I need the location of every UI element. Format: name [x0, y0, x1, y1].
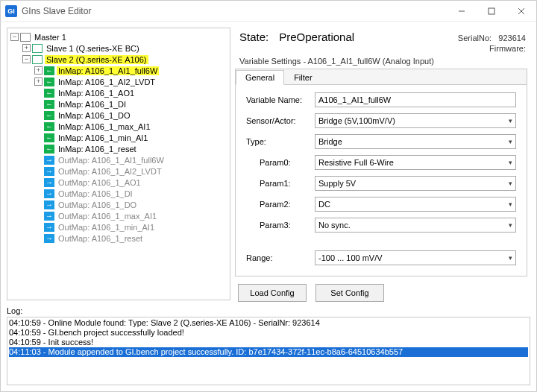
input-map-icon: ←: [44, 66, 54, 75]
tree-node-outmap[interactable]: → OutMap: A106_1_AO1: [9, 177, 228, 188]
variable-name-input[interactable]: [315, 92, 516, 107]
tree-node-outmap[interactable]: → OutMap: A106_1_max_AI1: [9, 210, 228, 221]
expand-icon[interactable]: +: [34, 66, 43, 75]
range-value: -100 ... 100 mV/V: [318, 253, 383, 262]
input-map-icon: ←: [44, 133, 54, 142]
expand-spacer: [34, 122, 43, 130]
tree-node-outmap[interactable]: → OutMap: A106_1_DI: [9, 188, 228, 199]
tree-node-inmap[interactable]: + ← InMap: A106_1_AI1_full6W: [9, 65, 228, 76]
minimize-button[interactable]: [447, 1, 477, 22]
param3-label: Param3:: [246, 221, 315, 230]
param0-select[interactable]: Resistive Full 6-Wire ▾: [315, 155, 516, 170]
set-config-button[interactable]: Set Config: [315, 284, 384, 302]
tree-label: OutMap: A106_1_DI: [57, 189, 134, 198]
tree-label: OutMap: A106_1_DO: [57, 200, 138, 209]
state-label: State:: [239, 31, 268, 43]
master-icon: [20, 33, 31, 42]
expand-spacer: [34, 111, 43, 119]
state-value: PreOperational: [279, 31, 354, 43]
sensor-select[interactable]: Bridge (5V,100mV/V) ▾: [315, 113, 516, 128]
log-line[interactable]: 04:10:59 - Init success!: [9, 338, 528, 347]
expand-spacer: [34, 200, 43, 209]
type-label: Type:: [246, 137, 315, 146]
tree-node-inmap[interactable]: ← InMap: A106_1_DO: [9, 110, 228, 121]
tree-node-outmap[interactable]: → OutMap: A106_1_AI1_full6W: [9, 154, 228, 165]
titlebar: GI GIns Slave Editor: [1, 1, 536, 22]
expand-icon[interactable]: −: [22, 55, 31, 63]
input-map-icon: ←: [44, 100, 54, 109]
output-map-icon: →: [44, 200, 54, 209]
param3-select[interactable]: No sync. ▾: [315, 218, 516, 233]
input-map-icon: ←: [44, 89, 54, 98]
tree-node-outmap[interactable]: → OutMap: A106_1_min_AI1: [9, 221, 228, 233]
tree-panel[interactable]: − Master 1 + Slave 1 (Q.series-XE BC) − …: [7, 28, 230, 300]
expand-icon[interactable]: −: [10, 33, 19, 41]
output-map-icon: →: [44, 223, 54, 232]
tree-node-inmap[interactable]: ← InMap: A106_1_DI: [9, 98, 228, 110]
tree-node-inmap[interactable]: ← InMap: A106_1_min_AI1: [9, 132, 228, 143]
log-box[interactable]: 04:10:59 - Online Module found: Type: Sl…: [7, 317, 530, 385]
output-map-icon: →: [44, 156, 54, 165]
tree-label: OutMap: A106_1_AO1: [57, 178, 142, 187]
tree-label: OutMap: A106_1_min_AI1: [57, 223, 156, 232]
tree-node-master[interactable]: − Master 1: [9, 31, 228, 42]
chevron-down-icon: ▾: [509, 138, 512, 145]
chevron-down-icon: ▾: [509, 221, 512, 229]
tree-node-outmap[interactable]: → OutMap: A106_1_AI2_LVDT: [9, 165, 228, 177]
expand-spacer: [34, 133, 43, 142]
svg-rect-1: [489, 8, 494, 14]
serial-label: SerialNo:: [458, 34, 492, 42]
tree-label: InMap: A106_1_min_AI1: [57, 133, 149, 142]
tree-label: OutMap: A106_1_reset: [57, 234, 144, 243]
tree-node-slave2[interactable]: − Slave 2 (Q.series-XE A106): [9, 54, 228, 65]
param1-value: Supply 5V: [318, 179, 356, 188]
variable-name-label: Variable Name:: [246, 95, 315, 104]
tree-node-outmap[interactable]: → OutMap: A106_1_DO: [9, 199, 228, 210]
output-map-icon: →: [44, 234, 54, 243]
range-label: Range:: [246, 253, 315, 262]
tree-node-outmap[interactable]: → OutMap: A106_1_reset: [9, 233, 228, 244]
tree-node-inmap[interactable]: ← InMap: A106_1_reset: [9, 143, 228, 154]
serial-value: 923614: [498, 34, 526, 42]
close-button[interactable]: [506, 1, 536, 22]
type-select[interactable]: Bridge ▾: [315, 134, 516, 149]
expand-icon[interactable]: +: [34, 78, 43, 86]
tree-node-inmap[interactable]: ← InMap: A106_1_max_AI1: [9, 121, 228, 132]
chevron-down-icon: ▾: [509, 254, 512, 262]
log-line[interactable]: 04:10:59 - Online Module found: Type: Sl…: [9, 318, 528, 328]
expand-spacer: [34, 100, 43, 108]
tab-filter[interactable]: Filter: [284, 70, 321, 85]
chevron-down-icon: ▾: [509, 180, 512, 187]
expand-spacer: [34, 178, 43, 186]
tab-general[interactable]: General: [236, 70, 284, 85]
param1-select[interactable]: Supply 5V ▾: [315, 176, 516, 191]
tree-node-inmap[interactable]: ← InMap: A106_1_AO1: [9, 87, 228, 98]
sensor-label: Sensor/Actor:: [246, 116, 315, 125]
variable-settings-caption: Variable Settings - A106_1_AI1_full6W (A…: [235, 55, 530, 69]
tree-node-inmap[interactable]: + ← InMap: A106_1_AI2_LVDT: [9, 76, 228, 87]
expand-icon[interactable]: +: [22, 44, 31, 52]
expand-spacer: [34, 156, 43, 164]
tree-label: Master 1: [33, 33, 68, 42]
tree-label: InMap: A106_1_AO1: [57, 89, 136, 98]
log-label: Log:: [7, 306, 530, 315]
param2-select[interactable]: DC ▾: [315, 197, 516, 212]
settings-panel: State: PreOperational SerialNo: 923614 F…: [235, 28, 530, 300]
maximize-button[interactable]: [477, 1, 506, 22]
chevron-down-icon: ▾: [509, 159, 512, 166]
log-line[interactable]: 04:10:59 - GI.bench project successfully…: [9, 328, 528, 338]
param3-value: No sync.: [318, 221, 351, 230]
load-config-button[interactable]: Load Config: [238, 284, 307, 302]
log-line[interactable]: 04:11:03 - Module appended to GI.bench p…: [9, 347, 528, 357]
range-select[interactable]: -100 ... 100 mV/V ▾: [315, 250, 516, 265]
tree-node-slave1[interactable]: + Slave 1 (Q.series-XE BC): [9, 42, 228, 54]
expand-spacer: [34, 89, 43, 97]
param0-label: Param0:: [246, 158, 315, 167]
tree-label: InMap: A106_1_DO: [57, 111, 132, 120]
param2-value: DC: [318, 200, 330, 209]
expand-spacer: [34, 145, 43, 153]
slave-icon: [32, 55, 43, 64]
param0-value: Resistive Full 6-Wire: [318, 158, 394, 167]
input-map-icon: ←: [44, 145, 54, 154]
input-map-icon: ←: [44, 122, 54, 131]
